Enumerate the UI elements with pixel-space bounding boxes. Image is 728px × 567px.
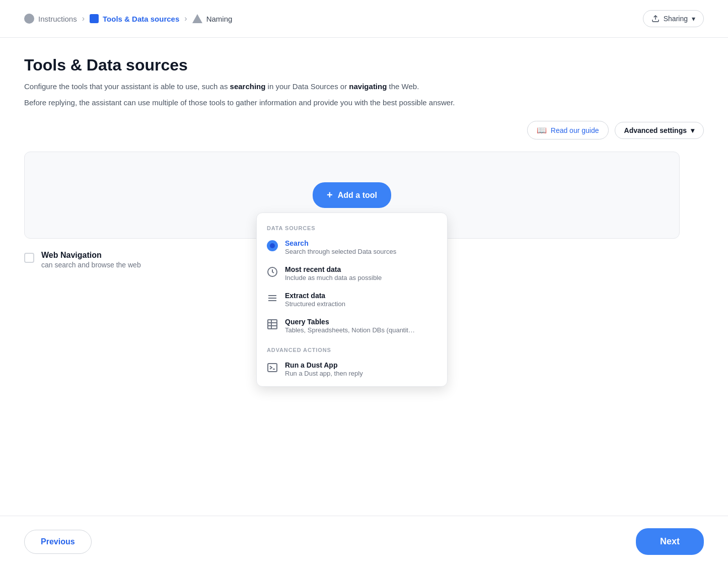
web-navigation-text: Web Navigation can search and browse the…	[41, 251, 141, 269]
desc1-start: Configure the tools that your assistant …	[24, 82, 230, 91]
book-icon: 📖	[537, 125, 547, 135]
tools-area: + Add a tool DATA SOURCES Search Search …	[24, 152, 680, 239]
tools-icon	[90, 14, 99, 23]
web-navigation-checkbox[interactable]	[24, 253, 34, 263]
web-navigation-desc: can search and browse the web	[41, 261, 141, 269]
add-tool-button[interactable]: + Add a tool	[313, 182, 391, 208]
query-item-title: Query Tables	[285, 318, 415, 326]
tools-container: + Add a tool DATA SOURCES Search Search …	[0, 152, 728, 239]
search-circle-icon	[267, 240, 278, 253]
search-item-title: Search	[285, 239, 396, 247]
add-tool-label: Add a tool	[338, 191, 377, 200]
recent-item-text: Most recent data Include as much data as…	[285, 265, 382, 281]
naming-label: Naming	[206, 15, 233, 23]
breadcrumb-sep-2: ›	[184, 14, 187, 23]
dropdown-item-recent[interactable]: Most recent data Include as much data as…	[257, 260, 447, 287]
dropdown-item-extract[interactable]: Extract data Structured extraction	[257, 287, 447, 313]
advanced-settings-button[interactable]: Advanced settings ▾	[615, 122, 704, 139]
dust-app-item-desc: Run a Dust app, then reply	[285, 370, 363, 377]
svg-point-2	[270, 243, 275, 248]
web-navigation-title: Web Navigation	[41, 251, 141, 260]
top-nav: Instructions › Tools & Data sources › Na…	[0, 0, 728, 38]
add-tool-dropdown: DATA SOURCES Search Search through selec…	[256, 212, 448, 387]
extract-item-desc: Structured extraction	[285, 300, 345, 308]
desc1-mid: in your Data Sources or	[265, 82, 349, 91]
page-title: Tools & Data sources	[24, 56, 580, 75]
advanced-actions-section-label: ADVANCED ACTIONS	[257, 343, 447, 356]
search-item-desc: Search through selected Data sources	[285, 248, 396, 255]
main-content: Tools & Data sources Configure the tools…	[0, 38, 604, 109]
previous-button[interactable]: Previous	[24, 530, 92, 554]
table-icon	[267, 319, 278, 332]
desc1-end: the Web.	[387, 82, 419, 91]
sharing-chevron: ▾	[692, 15, 695, 23]
next-button[interactable]: Next	[636, 528, 704, 555]
sharing-button[interactable]: Sharing ▾	[643, 10, 704, 27]
dust-app-item-title: Run a Dust App	[285, 361, 363, 369]
instructions-label: Instructions	[38, 15, 77, 23]
tools-label: Tools & Data sources	[103, 15, 179, 23]
read-guide-label: Read our guide	[551, 126, 599, 134]
breadcrumb: Instructions › Tools & Data sources › Na…	[24, 14, 232, 24]
extract-item-title: Extract data	[285, 292, 345, 300]
clock-icon	[267, 266, 278, 279]
breadcrumb-naming[interactable]: Naming	[192, 14, 233, 23]
naming-icon	[192, 14, 202, 23]
instructions-icon	[24, 14, 34, 24]
share-icon	[651, 15, 660, 23]
terminal-icon	[267, 362, 278, 375]
dropdown-item-search[interactable]: Search Search through selected Data sour…	[257, 234, 447, 260]
dust-app-item-text: Run a Dust App Run a Dust app, then repl…	[285, 361, 363, 377]
search-item-text: Search Search through selected Data sour…	[285, 239, 396, 255]
extract-item-text: Extract data Structured extraction	[285, 292, 345, 308]
advanced-settings-chevron: ▾	[691, 126, 694, 134]
desc1-bold2: navigating	[349, 82, 387, 91]
dropdown-item-query[interactable]: Query Tables Tables, Spreadsheets, Notio…	[257, 313, 447, 339]
bottom-nav: Previous Next	[0, 516, 728, 567]
query-item-text: Query Tables Tables, Spreadsheets, Notio…	[285, 318, 415, 334]
read-guide-button[interactable]: 📖 Read our guide	[527, 121, 609, 139]
plus-icon: +	[327, 189, 333, 201]
lines-icon	[267, 293, 278, 306]
query-item-desc: Tables, Spreadsheets, Notion DBs (quanti…	[285, 326, 415, 334]
advanced-settings-label: Advanced settings	[624, 126, 687, 134]
page-desc-2: Before replying, the assistant can use m…	[24, 97, 580, 109]
dropdown-item-dust-app[interactable]: Run a Dust App Run a Dust app, then repl…	[257, 356, 447, 382]
recent-item-desc: Include as much data as possible	[285, 274, 382, 281]
action-bar: 📖 Read our guide Advanced settings ▾	[0, 121, 728, 139]
breadcrumb-instructions[interactable]: Instructions	[24, 14, 77, 24]
breadcrumb-tools[interactable]: Tools & Data sources	[90, 14, 179, 23]
data-sources-section-label: DATA SOURCES	[257, 221, 447, 234]
recent-item-title: Most recent data	[285, 265, 382, 273]
sharing-label: Sharing	[664, 15, 688, 23]
desc1-bold1: searching	[230, 82, 266, 91]
page-desc-1: Configure the tools that your assistant …	[24, 81, 580, 93]
breadcrumb-sep-1: ›	[82, 14, 85, 23]
svg-rect-7	[268, 320, 277, 329]
